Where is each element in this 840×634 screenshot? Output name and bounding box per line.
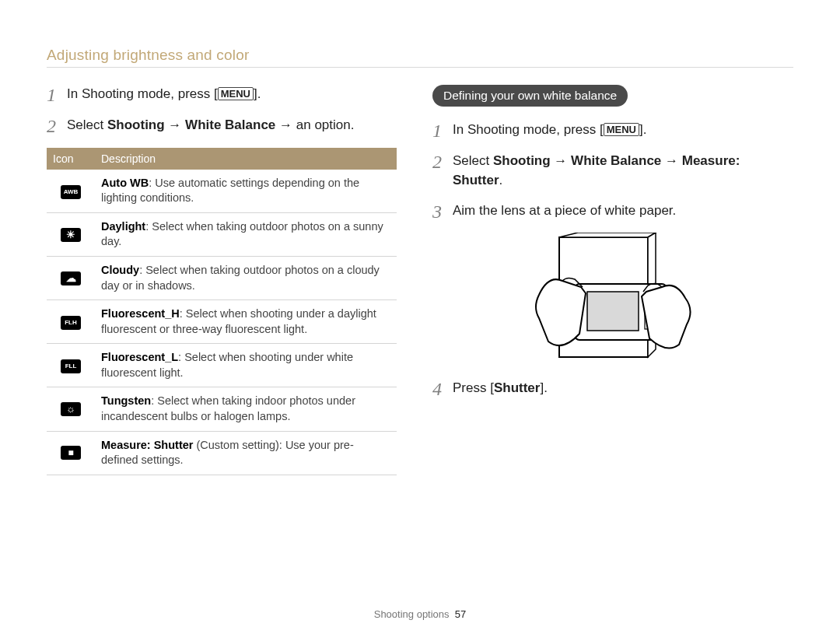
table-head-description: Description — [95, 148, 397, 170]
table-row: ■ Measure: Shutter (Custom setting): Use… — [47, 431, 397, 475]
step-number: 3 — [432, 201, 453, 222]
svg-rect-4 — [587, 292, 639, 331]
measure-shutter-icon: ■ — [61, 446, 81, 460]
row-description: Cloudy: Select when taking outdoor photo… — [95, 257, 397, 300]
row-description: Fluorescent_H: Select when shooting unde… — [95, 300, 397, 344]
table-row: AWB Auto WB: Use automatic settings depe… — [47, 170, 397, 213]
table-head-icon: Icon — [47, 148, 95, 170]
row-description: Daylight: Select when taking outdoor pho… — [95, 212, 397, 256]
row-description: Tungsten: Select when taking indoor phot… — [95, 387, 397, 431]
left-step-1: 1 In Shooting mode, press [MENU]. — [47, 85, 397, 105]
step-number: 2 — [432, 152, 453, 172]
step-text: In Shooting mode, press [MENU]. — [67, 85, 261, 104]
step-number: 4 — [432, 379, 453, 399]
row-description: Auto WB: Use automatic settings dependin… — [95, 170, 397, 213]
svg-marker-1 — [559, 233, 656, 237]
row-description: Fluorescent_L: Select when shooting unde… — [95, 344, 397, 387]
daylight-icon: ☀ — [61, 228, 81, 242]
table-row: FLH Fluorescent_H: Select when shooting … — [47, 300, 397, 344]
left-step-2: 2 Select Shooting → White Balance → an o… — [47, 116, 397, 136]
step-number: 1 — [47, 85, 67, 105]
left-column: 1 In Shooting mode, press [MENU]. 2 Sele… — [47, 85, 397, 475]
illustration-hands-camera-paper — [432, 233, 793, 365]
subsection-badge: Defining your own white balance — [432, 85, 628, 107]
table-row: ☀ Daylight: Select when taking outdoor p… — [47, 212, 397, 256]
step-text: Select Shooting → White Balance → Measur… — [453, 152, 793, 190]
divider — [47, 67, 793, 68]
tungsten-icon: ☼ — [61, 402, 81, 416]
right-step-4: 4 Press [Shutter]. — [432, 379, 793, 399]
row-description: Measure: Shutter (Custom setting): Use y… — [95, 431, 397, 475]
step-text: Aim the lens at a piece of white paper. — [453, 201, 676, 221]
right-step-3: 3 Aim the lens at a piece of white paper… — [432, 201, 793, 222]
step-text: In Shooting mode, press [MENU]. — [453, 121, 646, 140]
auto-wb-icon: AWB — [61, 185, 81, 199]
menu-button-label: MENU — [218, 87, 254, 100]
right-step-2: 2 Select Shooting → White Balance → Meas… — [432, 152, 793, 190]
step-number: 2 — [47, 116, 67, 136]
fluorescent-l-icon: FLL — [61, 359, 81, 373]
page-number: 57 — [455, 608, 466, 620]
page-footer: Shooting options 57 — [0, 608, 840, 620]
table-row: ☁ Cloudy: Select when taking outdoor pho… — [47, 257, 397, 300]
right-step-1: 1 In Shooting mode, press [MENU]. — [432, 121, 793, 141]
step-number: 1 — [432, 121, 453, 141]
cloudy-icon: ☁ — [61, 271, 81, 285]
table-row: ☼ Tungsten: Select when taking indoor ph… — [47, 387, 397, 431]
section-title: Adjusting brightness and color — [47, 47, 793, 64]
step-text: Select Shooting → White Balance → an opt… — [67, 116, 354, 135]
table-row: FLL Fluorescent_L: Select when shooting … — [47, 344, 397, 387]
footer-section-label: Shooting options — [374, 608, 450, 620]
step-text: Press [Shutter]. — [453, 379, 548, 398]
wb-options-table: Icon Description AWB Auto WB: Use automa… — [47, 148, 397, 475]
right-column: Defining your own white balance 1 In Sho… — [432, 85, 793, 475]
menu-button-label: MENU — [604, 123, 639, 136]
fluorescent-h-icon: FLH — [61, 316, 81, 330]
